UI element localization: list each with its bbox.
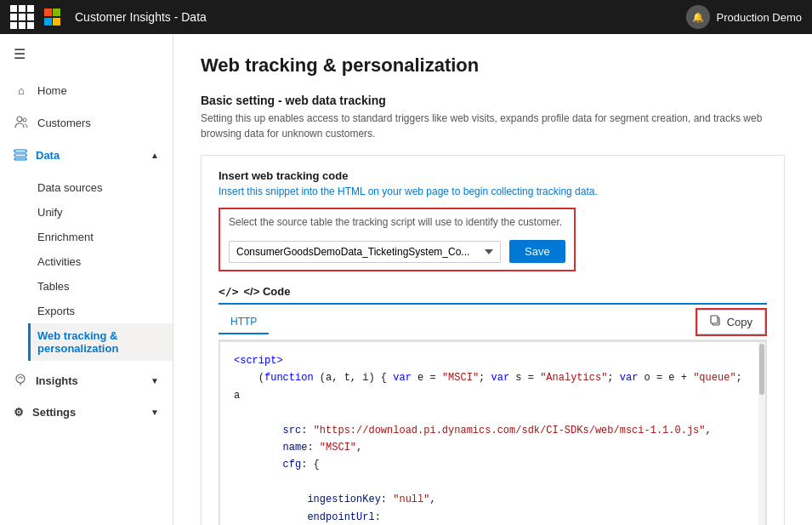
home-icon: ⌂ [14,83,29,98]
app-title: Customer Insights - Data [75,10,207,24]
sidebar-item-enrichment[interactable]: Enrichment [37,225,173,249]
code-toolbar: HTTP Copy [219,305,767,340]
sidebar-item-web-tracking[interactable]: Web tracking & personalization [28,323,173,361]
insights-chevron-icon: ▼ [150,376,159,385]
basic-setting-desc: Setting this up enables access to standa… [201,111,785,141]
code-outer: <script> (function (a, t, i) { var e = "… [219,340,767,525]
tracking-card: Insert web tracking code Insert this sni… [201,155,785,525]
code-header-label: </> Code [243,285,290,298]
copy-button[interactable]: Copy [697,310,765,334]
sidebar: ☰ ⌂ Home Customers Data ▲ Data sources U… [0,34,173,525]
page-title: Web tracking & personalization [201,54,785,77]
code-line-1: <script> [234,352,752,369]
sidebar-item-insights-label: Insights [36,374,78,387]
code-block[interactable]: <script> (function (a, t, i) { var e = "… [219,341,766,525]
code-line-9: endpointUrl: "https://mobile.events.data… [234,509,752,525]
sidebar-item-exports[interactable]: Exports [37,299,173,323]
data-icon [14,147,27,163]
insights-icon [14,373,27,389]
sidebar-item-home[interactable]: ⌂ Home [0,74,173,106]
microsoft-logo [44,9,61,26]
data-chevron-icon: ▲ [150,151,159,160]
select-save-box: Select the source table the tracking scr… [219,208,576,271]
sidebar-item-activities[interactable]: Activities [37,249,173,274]
code-line-5: name: "MSCI", [234,439,752,456]
copy-label: Copy [727,316,752,328]
code-line-2: (function (a, t, i) { var e = "MSCI"; va… [234,369,752,404]
sidebar-item-insights[interactable]: Insights ▼ [0,364,173,397]
sidebar-item-tables[interactable]: Tables [37,274,173,299]
copy-icon [710,315,722,329]
code-line-7 [234,474,752,491]
code-bracket-icon: </> [219,285,238,298]
sidebar-item-data[interactable]: Data ▲ [0,139,173,172]
insert-code-desc: Insert this snippet into the HTML on you… [219,185,767,197]
app-grid-icon[interactable] [10,5,34,29]
code-section: </> </> Code HTTP Copy [219,285,767,525]
insert-code-title: Insert web tracking code [219,169,767,182]
code-line-3 [234,404,752,421]
basic-setting-title: Basic setting - web data tracking [201,94,785,107]
select-save-row: ConsumerGoodsDemoData_TicketingSystem_Co… [229,240,565,263]
vertical-scrollbar[interactable] [758,342,765,525]
select-label: Select the source table the tracking scr… [229,216,565,228]
settings-icon: ⚙ [14,406,24,419]
svg-point-0 [17,117,22,122]
sidebar-item-home-label: Home [37,84,67,97]
hamburger-menu[interactable]: ☰ [0,34,173,74]
code-line-8: ingestionKey: "null", [234,491,752,508]
svg-point-5 [16,374,25,383]
svg-rect-2 [14,150,26,152]
sidebar-item-customers[interactable]: Customers [0,106,173,139]
customers-icon [14,115,29,130]
code-line-6: cfg: { [234,456,752,473]
sidebar-item-settings[interactable]: ⚙ Settings ▼ [0,397,173,427]
svg-point-1 [23,118,26,122]
source-table-select[interactable]: ConsumerGoodsDemoData_TicketingSystem_Co… [229,241,501,263]
topbar-right: 🔔 Production Demo [686,5,802,29]
save-button[interactable]: Save [509,240,565,263]
code-line-4: src: "https://download.pi.dynamics.com/s… [234,422,752,439]
code-header: </> </> Code [219,285,767,305]
svg-rect-8 [711,316,718,323]
sidebar-item-data-label: Data [36,149,60,162]
sidebar-item-customers-label: Customers [37,117,91,129]
svg-rect-4 [14,158,26,160]
svg-rect-3 [14,154,26,157]
sidebar-item-data-sources[interactable]: Data sources [37,175,173,200]
data-submenu: Data sources Unify Enrichment Activities… [0,172,173,364]
sidebar-item-settings-label: Settings [32,406,76,419]
tab-http[interactable]: HTTP [219,311,269,334]
settings-chevron-icon: ▼ [150,408,159,417]
user-label: Production Demo [717,11,802,24]
main-content: Web tracking & personalization Basic set… [173,34,812,525]
sidebar-item-unify[interactable]: Unify [37,200,173,225]
topbar: Customer Insights - Data 🔔 Production De… [0,0,812,34]
notification-icon[interactable]: 🔔 [686,5,710,29]
copy-btn-container: Copy [696,308,767,336]
